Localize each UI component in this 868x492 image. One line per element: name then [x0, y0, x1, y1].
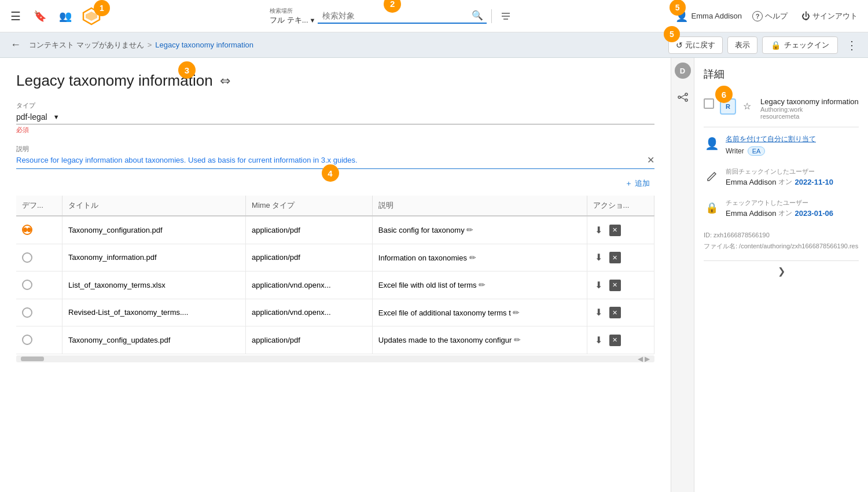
breadcrumb-separator: > — [148, 41, 152, 49]
doc-title: Legacy taxonomy information — [760, 97, 859, 106]
file-actions: ⬇ ✕ — [587, 326, 654, 354]
search-input-wrap: 🔍 — [318, 9, 487, 24]
signout-label: サインアウト — [812, 11, 858, 21]
more-icon: ⋮ — [846, 38, 858, 52]
search-button[interactable]: 🔍 — [468, 9, 487, 22]
sidebar-right-layout: D 詳細 — [671, 58, 868, 492]
description-text: Resource for legacy information about ta… — [16, 156, 642, 164]
sidebar-icon-strip: D — [671, 58, 694, 492]
download-button[interactable]: ⬇ — [593, 305, 604, 320]
filter-button[interactable] — [496, 7, 515, 25]
more-button[interactable]: ⋮ — [843, 35, 861, 56]
back-icon: ← — [10, 39, 21, 51]
search-area: 2 検索場所 フル テキ... ▼ 🔍 — [115, 7, 671, 25]
chevron-down-icon: ▼ — [310, 17, 316, 24]
edit-desc-button[interactable]: ✏ — [466, 225, 473, 234]
expand-icon[interactable]: ⇔ — [220, 74, 230, 89]
radio-button[interactable] — [22, 225, 32, 235]
description-clear-button[interactable]: ✕ — [647, 156, 654, 165]
search-location: 検索場所 フル テキ... ▼ — [270, 7, 315, 25]
secondary-toolbar: ← コンテキスト マップがありません > Legacy taxonomy inf… — [0, 32, 868, 58]
edit-desc-button[interactable]: ✏ — [513, 308, 520, 317]
file-title: Taxonomy_config_updates.pdf — [62, 326, 246, 354]
col-actions: アクショ... — [587, 196, 654, 216]
file-actions: ⬇ ✕ — [587, 244, 654, 271]
table-row: Taxonomy_config_updates.pdfapplication/p… — [16, 326, 654, 354]
add-button[interactable]: ＋ 追加 — [620, 176, 654, 191]
display-label: 表示 — [735, 40, 750, 50]
type-select[interactable]: pdf-legal ▼ — [16, 112, 654, 124]
display-button[interactable]: 表示 — [727, 36, 757, 54]
file-desc: Excel file of additional taxonomy terms … — [372, 299, 587, 326]
action-cell: ⬇ ✕ — [593, 305, 648, 321]
main-layout: Legacy taxonomy information ⇔ 3 タイプ pdf-… — [0, 58, 868, 492]
radio-button[interactable] — [22, 280, 32, 290]
edit-desc-button[interactable]: ✏ — [469, 253, 476, 262]
edit-desc-button[interactable]: ✏ — [479, 280, 486, 289]
user-name: Emma Addison — [692, 12, 742, 20]
download-button[interactable]: ⬇ — [593, 223, 604, 237]
table-row: Revised-List_of_taxonomy_terms....applic… — [16, 299, 654, 326]
download-button[interactable]: ⬇ — [593, 250, 604, 265]
radio-button[interactable] — [22, 252, 32, 263]
file-actions: ⬇ ✕ — [587, 216, 654, 244]
top-toolbar: ☰ 🔖 👥 1 2 検索場所 フル テキ... ▼ — [0, 0, 868, 32]
signout-button[interactable]: ⏻ サインアウト — [798, 8, 861, 25]
people-icon: 👥 — [59, 10, 72, 23]
help-button[interactable]: ? ヘルプ — [749, 8, 791, 25]
sidebar-title: 詳細 — [704, 67, 724, 81]
checkout-user: Emma Addison — [726, 209, 776, 218]
file-desc: Updates made to the taxonomy configur ✏ — [372, 326, 587, 354]
delete-button[interactable]: ✕ — [608, 305, 623, 321]
content-area: Legacy taxonomy information ⇔ 3 タイプ pdf-… — [0, 58, 671, 492]
delete-button[interactable]: ✕ — [608, 222, 623, 238]
lock-icon: 🔒 — [771, 41, 781, 50]
file-title: List_of_taxonomy_terms.xlsx — [62, 271, 246, 299]
chevron-right-icon: ❯ — [778, 266, 785, 277]
delete-button[interactable]: ✕ — [608, 250, 623, 266]
download-button[interactable]: ⬇ — [593, 333, 604, 347]
checkin-user-label: 前回チェックインしたユーザー — [726, 167, 833, 176]
secondary-right: 5 ↺ 元に戻す 表示 🔒 チェックイン ⋮ — [668, 35, 861, 56]
bookmark-button[interactable]: 🔖 — [30, 6, 50, 26]
badge-6: 6 — [715, 86, 733, 103]
checkin-user-row: Emma Addison オン 2022-11-10 — [726, 177, 833, 187]
checkin-button[interactable]: 🔒 チェックイン — [762, 36, 838, 54]
file-mime: application/pdf — [246, 216, 373, 244]
table-section: 4 ＋ 追加 デフ... タイトル Mime タイプ 説明 アクショ... — [16, 176, 654, 362]
add-icon: ＋ — [625, 178, 632, 189]
sidebar-connections-icon[interactable] — [674, 88, 692, 107]
breadcrumb-root[interactable]: コンテキスト マップがありません — [29, 40, 144, 50]
file-desc: Basic config for taxonomy ✏ — [372, 216, 587, 244]
doc-item: 6 R ☆ Legacy taxonomy information Author… — [704, 97, 859, 120]
assign-link[interactable]: 名前を付けて自分に割り当て — [726, 134, 816, 144]
hamburger-icon: ☰ — [10, 9, 21, 23]
assign-content: 名前を付けて自分に割り当て Writer EA — [726, 134, 816, 156]
search-location-select[interactable]: フル テキ... ▼ — [270, 15, 315, 25]
svg-point-7 — [685, 99, 687, 101]
radio-button[interactable] — [22, 335, 32, 345]
table-scroll-wrap[interactable]: デフ... タイトル Mime タイプ 説明 アクショ... Taxonomy_… — [16, 196, 654, 362]
restore-label: 元に戻す — [685, 40, 715, 50]
sidebar-expand-arrow[interactable]: ❯ — [704, 260, 859, 281]
radio-button[interactable] — [22, 307, 32, 318]
col-desc: 説明 — [372, 196, 587, 216]
menu-button[interactable]: ☰ — [7, 6, 24, 27]
description-section: 説明 Resource for legacy information about… — [16, 145, 654, 169]
doc-checkbox[interactable] — [704, 98, 714, 109]
delete-button[interactable]: ✕ — [608, 277, 623, 293]
toolbar-right: 5 👤 Emma Addison ? ヘルプ ⏻ サインアウト — [675, 8, 861, 25]
delete-button[interactable]: ✕ — [608, 332, 623, 348]
id-info: ID: zxh1666878566190 ファイル名: /content/aut… — [704, 230, 859, 251]
edit-desc-button[interactable]: ✏ — [514, 335, 521, 344]
people-button[interactable]: 👥 — [56, 6, 75, 26]
help-label: ヘルプ — [765, 11, 788, 21]
download-button[interactable]: ⬇ — [593, 278, 604, 292]
doc-star-button[interactable]: ☆ — [740, 97, 755, 115]
col-mime: Mime タイプ — [246, 196, 373, 216]
table-toolbar: 4 ＋ 追加 — [16, 176, 654, 191]
file-mime: application/pdf — [246, 326, 373, 354]
back-button[interactable]: ← — [7, 35, 24, 54]
checkout-on: オン — [778, 208, 792, 218]
file-desc: Information on taxonomies ✏ — [372, 244, 587, 271]
